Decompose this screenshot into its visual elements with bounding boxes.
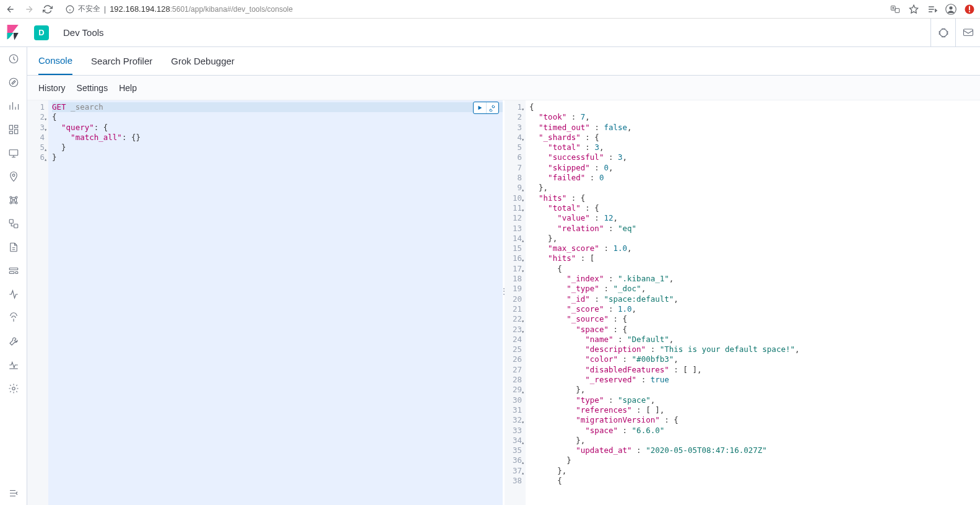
- playlist-icon[interactable]: [927, 4, 938, 15]
- svg-rect-17: [14, 130, 17, 134]
- space-selector[interactable]: D: [34, 25, 49, 40]
- back-button[interactable]: [5, 4, 16, 15]
- tab-grok-debugger[interactable]: Grok Debugger: [171, 47, 235, 75]
- apm-icon[interactable]: [0, 259, 27, 283]
- svg-point-23: [10, 202, 12, 204]
- forward-button[interactable]: [24, 4, 35, 15]
- canvas-icon[interactable]: [0, 141, 27, 165]
- send-request-button[interactable]: [474, 102, 486, 113]
- extension-icon[interactable]: [964, 4, 975, 15]
- svg-rect-29: [9, 272, 14, 274]
- svg-marker-14: [12, 81, 15, 84]
- kibana-logo[interactable]: [0, 19, 27, 46]
- svg-point-20: [12, 174, 15, 177]
- request-editor[interactable]: 12▾3▾45▴6▴GET _search{ "query": { "match…: [27, 100, 503, 505]
- svg-rect-4: [895, 8, 900, 12]
- nav-sidebar: [0, 47, 27, 505]
- discover-icon[interactable]: [0, 71, 27, 94]
- content-area: Console Search Profiler Grok Debugger Hi…: [27, 47, 980, 505]
- infra-icon[interactable]: [0, 212, 27, 235]
- svg-rect-11: [963, 29, 973, 36]
- response-viewer: 1▾234▾56789▴10▾11▾121314▴1516▾17▾1819202…: [505, 100, 980, 505]
- svg-rect-26: [9, 219, 13, 223]
- history-link[interactable]: History: [38, 83, 66, 93]
- browser-toolbar: 不安全 | 192.168.194.128:5601/app/kibana#/d…: [0, 0, 980, 19]
- svg-point-7: [949, 6, 952, 9]
- uptime-icon[interactable]: [0, 283, 27, 306]
- svg-point-9: [969, 11, 970, 12]
- bookmark-icon[interactable]: [908, 4, 919, 15]
- siem-icon[interactable]: [0, 306, 27, 330]
- request-options-button[interactable]: [486, 102, 498, 113]
- console-menu: History Settings Help: [27, 76, 980, 100]
- security-label: 不安全: [78, 4, 100, 14]
- visualize-icon[interactable]: [0, 94, 27, 118]
- svg-point-22: [15, 196, 17, 198]
- svg-marker-32: [479, 106, 482, 110]
- svg-marker-5: [909, 5, 917, 13]
- page-title: Dev Tools: [63, 27, 104, 38]
- feedback-icon[interactable]: [955, 19, 980, 46]
- svg-rect-19: [9, 150, 18, 156]
- svg-point-25: [12, 200, 14, 201]
- collapse-icon[interactable]: [0, 481, 27, 505]
- tabs-bar: Console Search Profiler Grok Debugger: [27, 47, 980, 76]
- svg-rect-16: [14, 125, 17, 128]
- info-icon: [66, 5, 74, 14]
- svg-rect-15: [9, 125, 12, 130]
- tab-console[interactable]: Console: [38, 47, 72, 75]
- help-link[interactable]: Help: [119, 83, 137, 93]
- management-icon[interactable]: [0, 377, 27, 400]
- reload-button[interactable]: [42, 4, 53, 15]
- monitoring-icon[interactable]: [0, 353, 27, 377]
- svg-point-24: [15, 202, 17, 204]
- url-text: 192.168.194.128:5601/app/kibana#/dev_too…: [110, 4, 293, 14]
- maps-icon[interactable]: [0, 165, 27, 188]
- translate-icon[interactable]: [890, 4, 901, 15]
- fullscreen-icon[interactable]: [930, 19, 955, 46]
- svg-rect-27: [14, 224, 17, 228]
- devtools-icon[interactable]: [0, 330, 27, 353]
- settings-link[interactable]: Settings: [77, 83, 108, 93]
- svg-point-21: [10, 196, 12, 198]
- svg-rect-18: [9, 131, 12, 134]
- logs-icon[interactable]: [0, 235, 27, 259]
- recent-icon[interactable]: [0, 47, 27, 71]
- url-bar[interactable]: 不安全 | 192.168.194.128:5601/app/kibana#/d…: [61, 2, 882, 16]
- ml-icon[interactable]: [0, 188, 27, 212]
- svg-point-13: [9, 78, 18, 87]
- dashboard-icon[interactable]: [0, 118, 27, 141]
- svg-rect-30: [15, 272, 18, 274]
- svg-point-31: [12, 387, 15, 390]
- tab-search-profiler[interactable]: Search Profiler: [91, 47, 152, 75]
- svg-rect-28: [9, 268, 18, 270]
- app-header: D Dev Tools: [0, 19, 980, 47]
- profile-icon[interactable]: [945, 4, 956, 15]
